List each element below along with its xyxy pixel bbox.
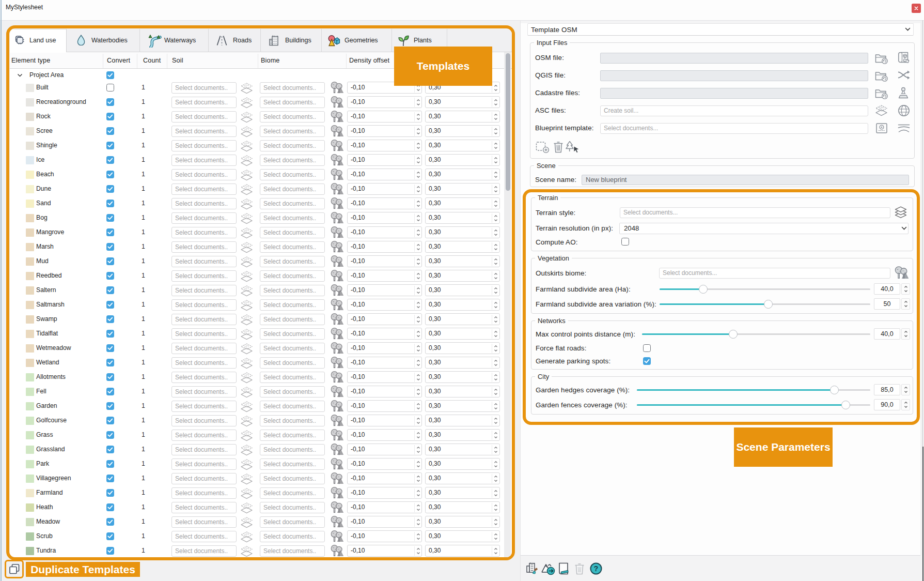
svg-text:?: ? xyxy=(594,564,599,573)
